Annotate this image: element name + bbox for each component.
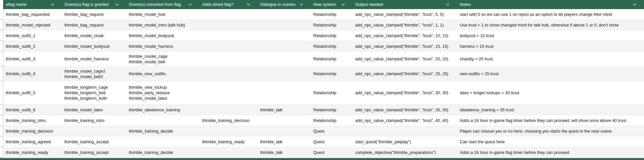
cell-output-needed[interactable]: add_npc_value_clamped("thimble", "trust"… bbox=[353, 20, 457, 30]
table-row[interactable]: thimble_outfit_6thimble_model_latexthimb… bbox=[3, 105, 644, 115]
cell-notes[interactable]: obedience_training = 35 trust bbox=[457, 105, 644, 115]
cell-eflag-name[interactable]: thimble_bag_requested bbox=[3, 9, 62, 19]
table-row[interactable]: thimble_training_readythimble_training_a… bbox=[3, 147, 644, 158]
cell-output-needed[interactable]: add_npc_value_clamped("thimble", "trust"… bbox=[353, 9, 457, 19]
cell-dialogue-in-scenes[interactable] bbox=[258, 41, 311, 51]
chevron-down-icon[interactable] bbox=[51, 4, 54, 5]
cell-new-system[interactable]: Quest bbox=[311, 126, 353, 136]
cell-output-needed[interactable]: start_quest("thimble_petplay") bbox=[353, 136, 457, 147]
cell-new-system[interactable]: Quest bbox=[311, 147, 353, 157]
column-header-notes[interactable]: Notes bbox=[457, 0, 644, 9]
table-row[interactable]: thimble_outfit_2thimble_model_bodysuitth… bbox=[3, 41, 644, 52]
cell-eflag-name[interactable]: thimble_outfit_4 bbox=[3, 66, 62, 81]
cell-output-needed[interactable]: add_npc_value_clamped("thimble", "trust"… bbox=[353, 41, 457, 51]
cell-adds-timed-flag[interactable] bbox=[200, 20, 258, 30]
cell-unlocked-from[interactable]: thimble_new_outfits bbox=[126, 66, 200, 81]
chevron-down-icon[interactable] bbox=[446, 4, 450, 5]
cell-new-system[interactable]: Relationship bbox=[311, 9, 353, 19]
cell-eflag-name[interactable]: thimble_model_rejected bbox=[3, 20, 62, 30]
cell-unlocked-from[interactable]: thimble_model_harness bbox=[126, 41, 200, 51]
cell-notes[interactable]: chastity = 20 trust bbox=[457, 52, 644, 66]
cell-flag-granted[interactable]: thimble_model_latex bbox=[62, 105, 126, 115]
cell-eflag-name[interactable]: thimble_training_decision bbox=[3, 126, 62, 136]
cell-new-system[interactable]: Relationship bbox=[311, 105, 353, 115]
cell-flag-granted[interactable]: thimble_training_intro bbox=[62, 115, 126, 125]
cell-unlocked-from[interactable] bbox=[126, 115, 200, 125]
cell-eflag-name[interactable]: thimble_training_intro bbox=[3, 115, 62, 125]
cell-output-needed[interactable]: add_npc_value_clamped("thimble", "trust"… bbox=[353, 30, 457, 41]
cell-adds-timed-flag[interactable] bbox=[200, 9, 258, 19]
cell-flag-granted[interactable]: thimble_training_accept bbox=[62, 136, 126, 147]
cell-notes[interactable]: Player can choose yes or no here, choosi… bbox=[457, 126, 644, 136]
cell-new-system[interactable]: Relationship bbox=[311, 20, 353, 30]
cell-dialogue-in-scenes[interactable] bbox=[258, 66, 311, 81]
column-header-dialogue-in-scenes[interactable]: Dialogue in scenes bbox=[258, 0, 311, 9]
row-gutter-cell[interactable] bbox=[0, 9, 3, 20]
cell-flag-granted[interactable]: thimble_model_cloak bbox=[62, 30, 126, 41]
cell-dialogue-in-scenes[interactable] bbox=[258, 126, 311, 136]
cell-unlocked-from[interactable]: thimble_model_cagethimble_model_belt bbox=[126, 52, 200, 66]
cell-eflag-name[interactable]: thimble_outfit_5 bbox=[3, 81, 62, 104]
cell-flag-granted[interactable]: thimble_bag_request bbox=[62, 20, 126, 30]
cell-new-system[interactable]: Relationship bbox=[311, 41, 353, 51]
cell-notes[interactable]: new outfits = 25 trust bbox=[457, 66, 644, 81]
row-gutter-cell[interactable] bbox=[0, 52, 3, 66]
cell-notes[interactable]: bodysuit = 10 trust bbox=[457, 30, 644, 41]
chevron-down-icon[interactable] bbox=[633, 4, 636, 5]
chevron-down-icon[interactable] bbox=[342, 4, 345, 5]
column-header-output-needed[interactable]: Output needed bbox=[353, 0, 457, 9]
cell-dialogue-in-scenes[interactable] bbox=[258, 30, 311, 41]
column-header-adds-timed-flag[interactable]: Adds timed flag? bbox=[200, 0, 258, 9]
cell-dialogue-in-scenes[interactable] bbox=[258, 20, 311, 30]
table-row[interactable]: thimble_outfit_5thimble_longterm_cagethi… bbox=[3, 81, 644, 105]
cell-new-system[interactable]: Relationship bbox=[311, 66, 353, 81]
cell-notes[interactable]: start with 5 so we can use 1 on reject a… bbox=[457, 9, 644, 19]
cell-output-needed[interactable]: add_npc_value_clamped("thimble", "trust"… bbox=[353, 52, 457, 66]
cell-eflag-name[interactable]: thimble_training_agreed bbox=[3, 136, 62, 147]
cell-unlocked-from[interactable]: thimble_model_intro (talk hub) bbox=[126, 20, 200, 30]
cell-flag-granted[interactable] bbox=[62, 126, 126, 136]
cell-flag-granted[interactable]: thimble_bag_request bbox=[62, 9, 126, 19]
cell-flag-granted[interactable]: thimble_model_cage2thimble_model_belt2 bbox=[62, 66, 126, 81]
cell-unlocked-from[interactable]: thimble_new_lockupthimble_early_releaset… bbox=[126, 81, 200, 104]
row-gutter-cell[interactable] bbox=[0, 66, 3, 81]
cell-new-system[interactable]: Quest bbox=[311, 136, 353, 147]
row-gutter-cell[interactable] bbox=[0, 20, 3, 30]
cell-adds-timed-flag[interactable] bbox=[200, 41, 258, 51]
cell-adds-timed-flag[interactable]: thimble_training_ready bbox=[200, 136, 258, 147]
cell-eflag-name[interactable]: thimble_outfit_2 bbox=[3, 41, 62, 51]
cell-eflag-name[interactable]: thimble_training_ready bbox=[3, 147, 62, 157]
cell-adds-timed-flag[interactable] bbox=[200, 126, 258, 136]
cell-notes[interactable]: Use trust = 1 to show changed mind for t… bbox=[457, 20, 644, 30]
cell-notes[interactable]: Adds a 24 hour in-game flag timer before… bbox=[457, 115, 644, 125]
table-row[interactable]: thimble_training_agreedthimble_training_… bbox=[3, 136, 644, 147]
chevron-down-icon[interactable] bbox=[247, 4, 250, 5]
row-gutter-cell[interactable] bbox=[0, 105, 3, 115]
cell-output-needed[interactable]: add_npc_value_clamped("thimble", "trust"… bbox=[353, 66, 457, 81]
cell-notes[interactable]: Adds a 24 hour in-game flag timer before… bbox=[457, 147, 644, 157]
cell-notes[interactable]: latex + longer lockups = 30 trust bbox=[457, 81, 644, 104]
row-gutter-cell[interactable] bbox=[0, 81, 3, 105]
row-gutter-cell[interactable] bbox=[0, 126, 3, 136]
cell-dialogue-in-scenes[interactable] bbox=[258, 52, 311, 66]
row-gutter-cell[interactable] bbox=[0, 136, 3, 147]
cell-adds-timed-flag[interactable] bbox=[200, 81, 258, 104]
row-gutter-cell[interactable] bbox=[0, 115, 3, 126]
table-row[interactable]: thimble_outfit_1thimble_model_cloakthimb… bbox=[3, 30, 644, 41]
table-row[interactable]: thimble_bag_requestedthimble_bag_request… bbox=[3, 9, 644, 20]
cell-output-needed[interactable]: add_npc_value_clamped("thimble", "trust"… bbox=[353, 81, 457, 104]
cell-unlocked-from[interactable] bbox=[126, 136, 200, 147]
cell-adds-timed-flag[interactable] bbox=[200, 30, 258, 41]
row-gutter-cell[interactable] bbox=[0, 41, 3, 52]
cell-adds-timed-flag[interactable] bbox=[200, 66, 258, 81]
table-row[interactable]: thimble_training_introthimble_training_i… bbox=[3, 115, 644, 126]
cell-adds-timed-flag[interactable]: thimble_training_decision bbox=[200, 115, 258, 125]
cell-dialogue-in-scenes[interactable] bbox=[258, 9, 311, 19]
chevron-down-icon[interactable] bbox=[189, 4, 192, 5]
table-row[interactable]: thimble_outfit_3thimble_model_harnessthi… bbox=[3, 52, 644, 66]
cell-eflag-name[interactable]: thimble_outfit_3 bbox=[3, 52, 62, 66]
table-row[interactable]: thimble_model_rejectedthimble_bag_reques… bbox=[3, 20, 644, 30]
chevron-down-icon[interactable] bbox=[115, 4, 118, 5]
cell-flag-granted[interactable]: thimble_model_harness bbox=[62, 52, 126, 66]
cell-unlocked-from[interactable]: thimble_model_bodysuit bbox=[126, 30, 200, 41]
